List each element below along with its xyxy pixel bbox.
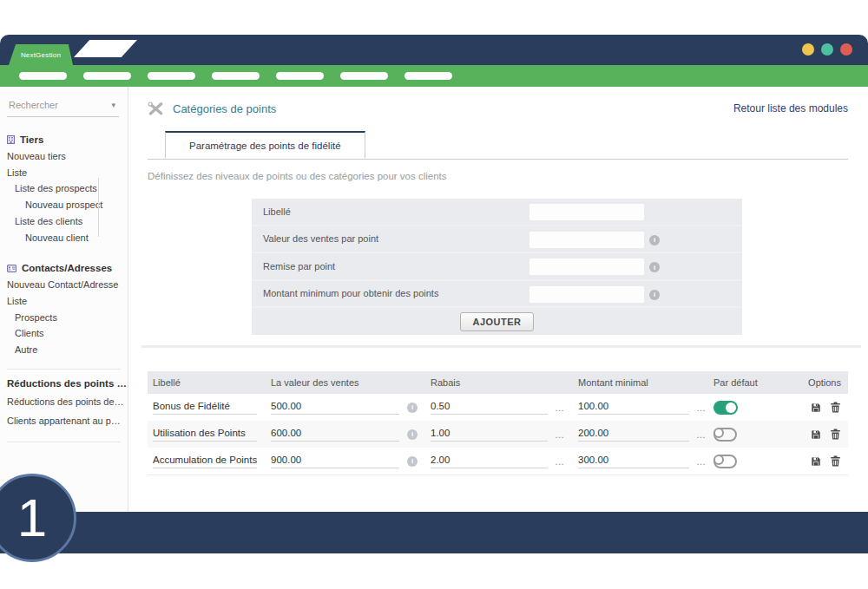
nav-menu-item[interactable] (148, 72, 195, 80)
form-field-input-1[interactable] (529, 204, 644, 220)
form-field-label: Montant minimum pour obtenir des points (263, 288, 438, 298)
cell-libelle (148, 455, 266, 468)
cell-rabais: … (425, 401, 573, 415)
save-icon[interactable] (811, 456, 821, 467)
cell-valeur: i (266, 401, 425, 415)
nav-menu-item[interactable] (404, 72, 452, 80)
sidebar-item[interactable]: Liste (0, 293, 128, 310)
more-indicator: … (696, 429, 706, 440)
row-libelle-input[interactable] (153, 455, 257, 468)
form-field-label: Libellé (263, 206, 291, 217)
form-row: Montant minimum pour obtenir des pointsi (252, 281, 742, 309)
nav-menu-item[interactable] (276, 72, 324, 80)
row-montant-input[interactable] (578, 455, 689, 468)
table-row: i…… (148, 448, 848, 474)
info-icon[interactable]: i (407, 456, 418, 467)
building-icon (7, 135, 15, 144)
default-toggle-off[interactable] (713, 455, 737, 468)
cell-montant: … (573, 428, 708, 442)
info-icon[interactable]: i (649, 235, 660, 245)
more-indicator: … (555, 402, 564, 413)
column-header: Par défaut (708, 377, 793, 388)
nav-menu-item[interactable] (19, 72, 67, 80)
table-row: i…… (148, 394, 848, 421)
row-rabais-input[interactable] (431, 455, 548, 468)
row-rabais-input[interactable] (431, 401, 548, 415)
table-row: i…… (148, 421, 848, 448)
default-toggle-off[interactable] (713, 428, 737, 442)
minimize-dot[interactable] (802, 43, 814, 56)
row-valeur-input[interactable] (271, 455, 399, 468)
more-indicator: … (696, 456, 706, 467)
more-indicator: … (555, 456, 564, 467)
trash-icon[interactable] (831, 455, 840, 467)
tools-icon (148, 101, 164, 116)
form-field-input-2[interactable] (529, 232, 644, 248)
nav-menu-item[interactable] (340, 72, 388, 80)
row-libelle-input[interactable] (153, 428, 257, 442)
sidebar-item[interactable]: Nouveau prospect (0, 197, 128, 213)
cell-options (793, 402, 848, 413)
cell-default (708, 428, 793, 442)
search-select[interactable]: Rechercher ▾ (7, 98, 119, 117)
sidebar-section-title[interactable]: Contacts/Adresses (7, 263, 128, 273)
default-toggle-on[interactable] (713, 401, 738, 415)
sidebar-item[interactable]: Liste des prospects (0, 180, 128, 197)
back-to-modules-link[interactable]: Retour liste des modules (733, 102, 848, 115)
sidebar-item[interactable]: Nouveau client (0, 230, 128, 246)
add-button[interactable]: AJOUTER (460, 312, 533, 331)
sidebar-item[interactable]: Autre (0, 342, 128, 358)
cell-valeur: i (266, 455, 425, 468)
close-dot[interactable] (840, 43, 852, 56)
more-indicator: … (555, 429, 564, 440)
sidebar-section-title[interactable]: Réductions des points … (7, 378, 128, 389)
sidebar-item[interactable]: Clients appartenant au p… (0, 411, 128, 431)
info-icon[interactable]: i (407, 429, 418, 440)
brand-logo: NextGestion (9, 44, 73, 65)
sidebar-item[interactable]: Liste (0, 165, 128, 181)
sidebar-item[interactable]: Liste des clients (0, 213, 128, 230)
form-field-input-4[interactable] (529, 286, 644, 303)
form-field-label: Remise par point (263, 261, 335, 272)
toggle-knob (726, 402, 736, 413)
cell-libelle (148, 428, 266, 442)
column-header: La valeur des ventes (266, 377, 425, 388)
cell-options (793, 455, 848, 467)
trash-icon[interactable] (831, 429, 840, 440)
sidebar-item[interactable]: Réductions des points de… (0, 392, 128, 412)
column-header: Montant minimal (573, 377, 708, 388)
info-icon[interactable]: i (649, 262, 660, 272)
sidebar-item[interactable]: Prospects (0, 310, 128, 326)
column-header: Rabais (425, 377, 573, 388)
info-icon[interactable]: i (407, 402, 418, 413)
form-field-input-3[interactable] (529, 259, 644, 275)
cell-default (708, 455, 793, 468)
nav-menu-item[interactable] (212, 72, 260, 80)
row-valeur-input[interactable] (271, 428, 399, 442)
row-montant-input[interactable] (578, 428, 689, 442)
row-montant-input[interactable] (578, 401, 689, 415)
page-header: Catégories de points Retour liste des mo… (148, 99, 848, 118)
form-row: Libellé (252, 199, 742, 226)
maximize-dot[interactable] (821, 43, 833, 56)
row-libelle-input[interactable] (153, 401, 257, 415)
save-icon[interactable] (811, 429, 821, 440)
info-icon[interactable]: i (649, 290, 660, 300)
sidebar-section-label: Contacts/Adresses (22, 263, 112, 273)
more-indicator: … (696, 402, 706, 413)
sidebar-item[interactable]: Nouveau Contact/Adresse (0, 277, 128, 293)
sidebar-item[interactable]: Nouveau tiers (0, 148, 128, 165)
row-rabais-input[interactable] (431, 428, 548, 442)
chevron-down-icon: ▾ (111, 101, 115, 109)
form-submit-row: AJOUTER (252, 308, 742, 335)
trash-icon[interactable] (831, 402, 840, 413)
sidebar-item[interactable]: Clients (0, 325, 128, 342)
tab-loyalty-points-settings[interactable]: Paramétrage des points de fidélité (165, 131, 365, 159)
window-titlebar: NextGestion (0, 35, 868, 65)
cell-montant: … (573, 455, 708, 468)
save-icon[interactable] (811, 402, 821, 413)
nav-menu-item[interactable] (83, 72, 131, 80)
main-panel: Catégories de points Retour liste des mo… (128, 87, 868, 512)
sidebar-section-title[interactable]: Tiers (7, 134, 128, 145)
row-valeur-input[interactable] (271, 401, 399, 415)
